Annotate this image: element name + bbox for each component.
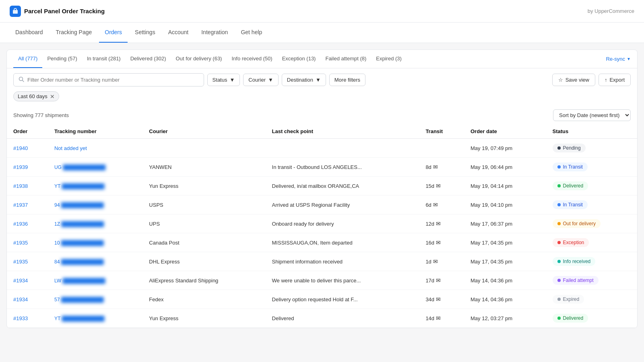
order-link[interactable]: #1934 xyxy=(13,278,28,284)
courier-cell xyxy=(142,139,265,158)
nav-orders[interactable]: Orders xyxy=(99,23,128,43)
order-date-cell: May 14, 04:36 pm xyxy=(464,271,546,290)
checkpoint-cell: Onboard ready for delivery xyxy=(266,214,419,233)
table-row: #1939UG ████████████████YANWENIn transit… xyxy=(7,158,637,177)
mail-icon: ✉ xyxy=(436,239,441,246)
nav-get-help[interactable]: Get help xyxy=(235,23,268,43)
status-dot xyxy=(557,317,561,320)
tab-out-for-delivery[interactable]: Out for delivery (63) xyxy=(171,50,227,68)
tab-all[interactable]: All (777) xyxy=(13,50,42,68)
order-link[interactable]: #1933 xyxy=(13,315,28,321)
courier-filter-button[interactable]: Courier ▼ xyxy=(243,74,279,86)
nav-dashboard[interactable]: Dashboard xyxy=(10,23,49,43)
tab-in-transit[interactable]: In transit (281) xyxy=(82,50,126,68)
showing-text: Showing 777 shipments xyxy=(13,112,69,118)
checkpoint-cell xyxy=(266,139,419,158)
table-row: #19361Z ████████████████UPSOnboard ready… xyxy=(7,214,637,233)
checkpoint-cell: MISSISSAUGA,ON, Item departed xyxy=(266,233,419,252)
tab-pending[interactable]: Pending (57) xyxy=(42,50,82,68)
status-label: In Transit xyxy=(563,202,583,208)
resync-button[interactable]: Re-sync ▼ xyxy=(606,53,631,65)
checkpoint-cell: Delivered xyxy=(266,309,419,328)
status-badge: Delivered xyxy=(553,314,588,323)
order-date-cell: May 19, 04:14 pm xyxy=(464,177,546,195)
save-view-button[interactable]: ☆ Save view xyxy=(552,74,595,86)
status-cell: Delivered xyxy=(546,177,637,195)
transit-days: 16d xyxy=(425,240,434,246)
courier-cell: UPS xyxy=(142,214,265,233)
status-badge: Exception xyxy=(553,238,589,247)
top-nav: Dashboard Tracking Page Orders Settings … xyxy=(0,23,644,43)
tracking-number: LW ████████████████ xyxy=(54,278,104,284)
checkpoint-cell: We were unable to deliver this parce... xyxy=(266,271,419,290)
tab-delivered[interactable]: Delivered (302) xyxy=(126,50,171,68)
more-filters-button[interactable]: More filters xyxy=(329,74,365,86)
destination-filter-button[interactable]: Destination ▼ xyxy=(282,74,326,86)
status-cell: Out for delivery xyxy=(546,214,637,233)
tracking-link[interactable]: Not added yet xyxy=(54,145,87,151)
table-row: #193794 ████████████████USPSArrived at U… xyxy=(7,195,637,214)
search-box[interactable] xyxy=(13,73,204,86)
courier-cell: DHL Express xyxy=(142,252,265,271)
status-badge: Info received xyxy=(553,257,596,266)
order-link[interactable]: #1935 xyxy=(13,240,28,246)
order-link[interactable]: #1940 xyxy=(13,145,28,151)
status-filter-button[interactable]: Status ▼ xyxy=(207,74,240,86)
app-logo-icon xyxy=(10,6,21,17)
status-badge: Out for delivery xyxy=(553,219,601,228)
col-status: Status xyxy=(546,124,637,139)
status-dot xyxy=(557,241,561,244)
more-filters-label: More filters xyxy=(334,77,360,83)
order-link[interactable]: #1937 xyxy=(13,202,28,208)
tracking-number: YT ████████████████ xyxy=(54,316,103,321)
order-link[interactable]: #1936 xyxy=(13,221,28,227)
active-filters: Last 60 days ✕ xyxy=(7,91,637,106)
tab-exception[interactable]: Exception (13) xyxy=(277,50,321,68)
svg-rect-0 xyxy=(13,10,18,14)
order-date-cell: May 17, 06:37 pm xyxy=(464,214,546,233)
order-link[interactable]: #1939 xyxy=(13,164,28,170)
mail-icon: ✉ xyxy=(436,220,441,227)
filter-tag-close[interactable]: ✕ xyxy=(50,94,55,99)
nav-integration[interactable]: Integration xyxy=(196,23,233,43)
status-dot xyxy=(557,184,561,187)
nav-tracking-page[interactable]: Tracking Page xyxy=(50,23,98,43)
status-dot xyxy=(557,298,561,301)
tab-info-received[interactable]: Info received (50) xyxy=(227,50,277,68)
transit-days: 17d xyxy=(425,278,434,284)
status-cell: Info received xyxy=(546,252,637,271)
nav-settings[interactable]: Settings xyxy=(129,23,161,43)
checkpoint-cell: Delivered, in/at mailbox ORANGE,CA xyxy=(266,177,419,195)
tracking-number: YT ████████████████ xyxy=(54,183,103,189)
courier-cell: YANWEN xyxy=(142,158,265,177)
app-header: Parcel Panel Order Tracking by UpperComm… xyxy=(0,0,644,23)
sort-select[interactable]: Sort by Date (newest first) Sort by Date… xyxy=(553,109,631,121)
chevron-down-icon: ▼ xyxy=(229,77,235,83)
mail-icon: ✉ xyxy=(436,315,441,321)
transit-cell: 34d✉ xyxy=(419,290,464,309)
order-date-cell: May 19, 06:44 pm xyxy=(464,158,546,177)
table-row: #1933YT ████████████████Yun ExpressDeliv… xyxy=(7,309,637,328)
order-date-cell: May 12, 03:27 pm xyxy=(464,309,546,328)
table-row: #193510 ████████████████Canada PostMISSI… xyxy=(7,233,637,252)
order-date-cell: May 19, 07:49 pm xyxy=(464,139,546,158)
export-button[interactable]: ↑ Export xyxy=(599,74,631,86)
tab-failed-attempt[interactable]: Failed attempt (8) xyxy=(320,50,371,68)
transit-days: 1d xyxy=(425,259,431,265)
tab-expired[interactable]: Expired (3) xyxy=(371,50,407,68)
status-cell: In Transit xyxy=(546,158,637,177)
search-input[interactable] xyxy=(27,77,199,83)
transit-days: 14d xyxy=(425,315,434,321)
table-row: #1938YT ████████████████Yun ExpressDeliv… xyxy=(7,177,637,195)
chevron-down-icon: ▼ xyxy=(268,77,273,83)
tracking-number: 94 ████████████████ xyxy=(54,202,103,208)
mail-icon: ✉ xyxy=(436,183,441,189)
order-link[interactable]: #1938 xyxy=(13,183,28,189)
order-link[interactable]: #1934 xyxy=(13,296,28,302)
svg-line-2 xyxy=(23,80,24,82)
tracking-number: 1Z ████████████████ xyxy=(54,221,103,227)
table-row: #193584 ████████████████DHL ExpressShipm… xyxy=(7,252,637,271)
nav-account[interactable]: Account xyxy=(163,23,194,43)
order-link[interactable]: #1935 xyxy=(13,259,28,265)
status-cell: Delivered xyxy=(546,309,637,328)
